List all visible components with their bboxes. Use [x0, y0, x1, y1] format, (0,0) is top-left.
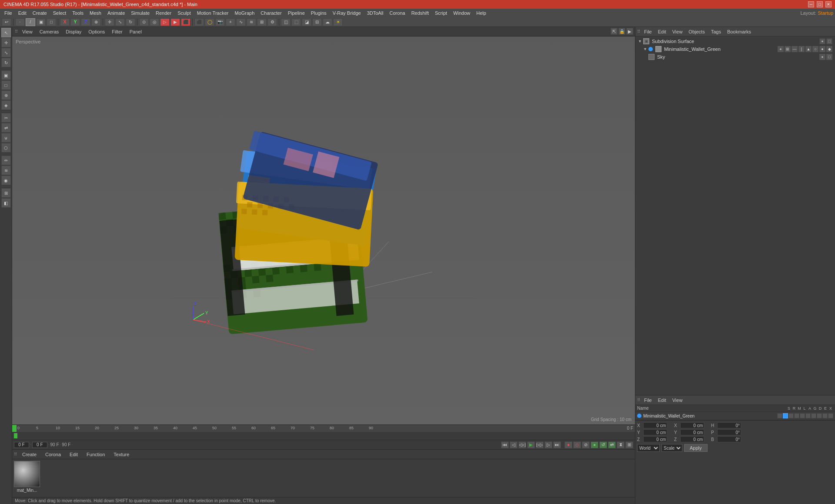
menu-redshift[interactable]: Redshift — [409, 10, 431, 17]
coord-y-rot[interactable] — [680, 429, 704, 435]
tag-5[interactable] — [800, 413, 805, 418]
mat-tab-corona[interactable]: Corona — [42, 451, 64, 458]
menu-window[interactable]: Window — [451, 10, 473, 17]
tag-9[interactable] — [822, 413, 828, 418]
frame-start-input[interactable] — [14, 442, 29, 448]
sky-vis-btn[interactable]: ● — [819, 54, 825, 60]
undo-button[interactable]: ↩ — [2, 18, 11, 26]
mat-tab-edit[interactable]: Edit — [66, 451, 81, 458]
edges-mode-btn[interactable]: / — [26, 18, 35, 26]
menu-plugins[interactable]: Plugins — [308, 10, 329, 17]
record-btn[interactable]: ● — [564, 441, 572, 448]
menu-corona[interactable]: Corona — [387, 10, 408, 17]
menu-render[interactable]: Render — [153, 10, 174, 17]
menu-character[interactable]: Character — [258, 10, 284, 17]
xpresso-btn[interactable]: ⚙ — [267, 18, 277, 26]
coord-z-pos[interactable] — [643, 436, 667, 442]
menu-file[interactable]: File — [2, 10, 15, 17]
viewport-menu-options[interactable]: Options — [86, 28, 107, 35]
scene-tool[interactable]: ⊕ — [1, 90, 11, 100]
prev-frame-btn[interactable]: ◁ — [510, 441, 518, 448]
tag-4[interactable] — [794, 413, 799, 418]
material-thumbnail[interactable] — [14, 461, 40, 487]
wallet-vis-btn[interactable]: ● — [778, 46, 784, 52]
display-btn[interactable]: ◪ — [302, 18, 311, 26]
close-button[interactable]: ✕ — [825, 1, 832, 7]
coord-b-val[interactable] — [717, 436, 741, 442]
apply-button[interactable]: Apply — [684, 444, 708, 452]
tree-item-sky[interactable]: ▷ Sky ● □ — [636, 53, 834, 61]
menu-mesh[interactable]: Mesh — [87, 10, 104, 17]
y-axis-btn[interactable]: Y — [70, 18, 80, 26]
mat-tab-texture[interactable]: Texture — [110, 451, 133, 458]
floor-btn[interactable]: ⊟ — [312, 18, 322, 26]
menu-script[interactable]: Script — [432, 10, 450, 17]
menu-motion-tracker[interactable]: Motion Tracker — [194, 10, 231, 17]
scale-tool[interactable]: ⤡ — [1, 48, 11, 57]
menu-select[interactable]: Select — [50, 10, 69, 17]
timeline-ruler[interactable]: 0 5 10 15 20 25 30 35 40 45 50 55 60 65 — [12, 425, 635, 432]
menu-vray[interactable]: V-Ray Bridge — [330, 10, 364, 17]
material-item[interactable]: mat_Min... — [14, 461, 40, 493]
rotate-tool-btn[interactable]: ↻ — [126, 18, 135, 26]
effector-btn[interactable]: ⊞ — [257, 18, 267, 26]
props-menu-view[interactable]: View — [670, 397, 685, 403]
objects-menu-view[interactable]: View — [670, 29, 685, 35]
play-backward-btn[interactable]: ◁◁ — [518, 441, 526, 448]
coord-scale-dropdown[interactable]: Scale Size — [661, 444, 682, 452]
keyframe-btn[interactable]: ◇ — [573, 441, 581, 448]
menu-animate[interactable]: Animate — [105, 10, 127, 17]
wallet-icon8-btn[interactable]: ◆ — [826, 46, 832, 52]
loop-btn[interactable]: ↺ — [599, 441, 607, 448]
next-frame-btn[interactable]: ▷ — [544, 441, 552, 448]
objects-menu-tags[interactable]: Tags — [709, 29, 723, 35]
coord-x-rot[interactable] — [680, 422, 704, 428]
light-btn[interactable]: ◯ — [205, 18, 214, 26]
sky-btn[interactable]: ☁ — [323, 18, 332, 26]
vp-render-btn[interactable]: ▶ — [626, 28, 633, 35]
texture-tool[interactable]: ◧ — [1, 198, 11, 208]
smooth-tool[interactable]: ≋ — [1, 166, 11, 175]
tag-1[interactable] — [777, 413, 782, 418]
null-btn[interactable]: + — [226, 18, 235, 26]
menu-3dtoall[interactable]: 3DToAll — [364, 10, 386, 17]
bridge-tool[interactable]: ⇌ — [1, 123, 11, 133]
render2-btn[interactable]: ▶ — [170, 18, 180, 26]
object-mode-btn[interactable]: □ — [47, 18, 56, 26]
wallet-icon4-btn[interactable]: | — [798, 46, 805, 52]
objects-menu-file[interactable]: File — [642, 29, 654, 35]
cube-btn[interactable]: ⬛ — [194, 18, 204, 26]
viewport-menu-filter[interactable]: Filter — [109, 28, 125, 35]
select-tool[interactable]: ↖ — [1, 28, 11, 37]
light2-btn[interactable]: ☀ — [333, 18, 343, 26]
props-menu-edit[interactable]: Edit — [656, 397, 668, 403]
viewport-menu-panel[interactable]: Panel — [127, 28, 144, 35]
tag-6[interactable] — [805, 413, 811, 418]
subdiv-vis-btn[interactable]: ● — [819, 38, 825, 44]
viewport-menu-cameras[interactable]: Cameras — [37, 28, 62, 35]
polygon-tool[interactable]: ▣ — [1, 70, 11, 80]
loop-cut[interactable]: ⬡ — [1, 143, 11, 153]
tag-8[interactable] — [817, 413, 822, 418]
render3-btn[interactable]: ⬛ — [181, 18, 190, 26]
viewport-shading-btn[interactable]: ◫ — [281, 18, 291, 26]
menu-mograph[interactable]: MoGraph — [232, 10, 257, 17]
snap2-btn[interactable]: ◎ — [150, 18, 159, 26]
polygons-mode-btn[interactable]: ▣ — [36, 18, 46, 26]
ping-pong-btn[interactable]: ⇄ — [608, 441, 616, 448]
objects-menu-bookmarks[interactable]: Bookmarks — [725, 29, 753, 35]
camera-btn[interactable]: 📷 — [215, 18, 225, 26]
z-axis-btn[interactable]: Z — [81, 18, 90, 26]
viewport-menu-display[interactable]: Display — [63, 28, 84, 35]
snap-btn[interactable]: ⊙ — [139, 18, 149, 26]
x-axis-btn[interactable]: X — [60, 18, 70, 26]
menu-sculpt[interactable]: Sculpt — [175, 10, 194, 17]
spline-btn[interactable]: ∿ — [236, 18, 246, 26]
coord-y-pos[interactable] — [643, 429, 667, 435]
coord-p-val[interactable] — [717, 429, 741, 435]
minimize-button[interactable]: ─ — [808, 1, 814, 7]
menu-simulate[interactable]: Simulate — [128, 10, 152, 17]
deformer-btn[interactable]: ≋ — [247, 18, 256, 26]
timecode-btn[interactable]: ⧗ — [617, 441, 625, 448]
weld-tool[interactable]: ⊎ — [1, 133, 11, 143]
